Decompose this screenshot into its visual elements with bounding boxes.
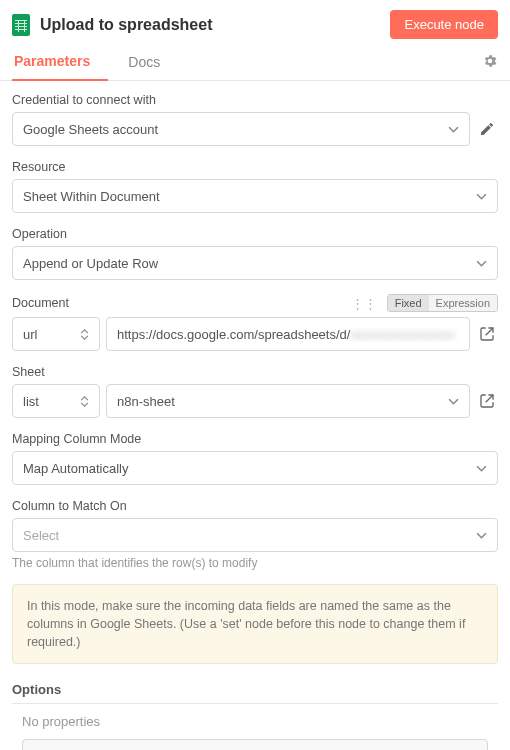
tab-bar: Parameters Docs <box>0 45 510 81</box>
google-sheets-icon <box>12 14 30 36</box>
document-url-value: https://docs.google.com/spreadsheets/d/x… <box>117 327 459 342</box>
chevron-down-icon <box>448 126 459 133</box>
sheet-mode-value: list <box>23 394 39 409</box>
match-select[interactable]: Select <box>12 518 498 552</box>
chevron-updown-icon <box>80 396 89 407</box>
toggle-fixed[interactable]: Fixed <box>388 295 429 311</box>
chevron-down-icon <box>476 465 487 472</box>
document-url-input[interactable]: https://docs.google.com/spreadsheets/d/x… <box>106 317 470 351</box>
mapping-mode-info: In this mode, make sure the incoming dat… <box>12 584 498 664</box>
operation-label: Operation <box>12 227 498 241</box>
edit-credential-icon[interactable] <box>476 118 498 140</box>
document-mode-select[interactable]: url <box>12 317 100 351</box>
chevron-down-icon <box>476 532 487 539</box>
chevron-down-icon <box>476 260 487 267</box>
gear-icon[interactable] <box>482 53 498 72</box>
chevron-updown-icon <box>80 329 89 340</box>
fixed-expression-toggle[interactable]: Fixed Expression <box>387 294 498 312</box>
chevron-down-icon <box>448 398 459 405</box>
node-title: Upload to spreadsheet <box>40 16 380 34</box>
document-mode-value: url <box>23 327 37 342</box>
operation-select[interactable]: Append or Update Row <box>12 246 498 280</box>
drag-handle-icon[interactable]: ⋮⋮ <box>347 296 381 311</box>
chevron-down-icon <box>476 193 487 200</box>
match-placeholder: Select <box>23 528 59 543</box>
sheet-mode-select[interactable]: list <box>12 384 100 418</box>
mapping-label: Mapping Column Mode <box>12 432 498 446</box>
credential-value: Google Sheets account <box>23 122 158 137</box>
sheet-label: Sheet <box>12 365 498 379</box>
add-option-button[interactable]: Add Option <box>22 739 488 750</box>
credential-label: Credential to connect with <box>12 93 498 107</box>
resource-value: Sheet Within Document <box>23 189 160 204</box>
match-label: Column to Match On <box>12 499 498 513</box>
open-external-icon[interactable] <box>476 390 498 412</box>
document-label: Document <box>12 296 347 310</box>
open-external-icon[interactable] <box>476 323 498 345</box>
tab-parameters[interactable]: Parameters <box>12 45 108 81</box>
resource-select[interactable]: Sheet Within Document <box>12 179 498 213</box>
options-no-properties: No properties <box>22 714 488 729</box>
sheet-name-value: n8n-sheet <box>117 394 175 409</box>
tab-docs[interactable]: Docs <box>126 46 178 80</box>
toggle-expression[interactable]: Expression <box>429 295 497 311</box>
credential-select[interactable]: Google Sheets account <box>12 112 470 146</box>
mapping-value: Map Automatically <box>23 461 129 476</box>
options-section-title: Options <box>12 682 498 704</box>
resource-label: Resource <box>12 160 498 174</box>
mapping-select[interactable]: Map Automatically <box>12 451 498 485</box>
execute-node-button[interactable]: Execute node <box>390 10 498 39</box>
match-helper-text: The column that identifies the row(s) to… <box>12 556 498 570</box>
sheet-name-select[interactable]: n8n-sheet <box>106 384 470 418</box>
operation-value: Append or Update Row <box>23 256 158 271</box>
